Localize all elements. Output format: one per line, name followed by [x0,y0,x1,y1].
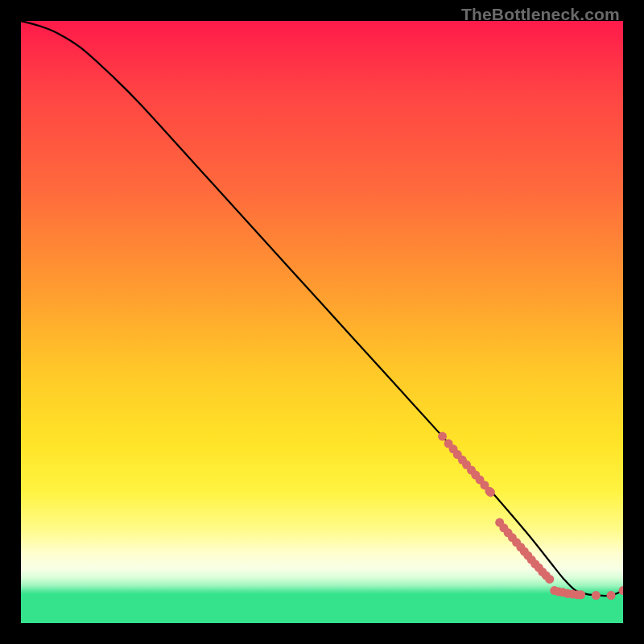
data-point [576,590,585,599]
data-point [545,575,554,584]
chart-container: TheBottleneck.com [0,0,644,644]
data-point [438,432,447,441]
data-point [607,591,616,600]
data-point [486,488,495,497]
chart-svg [21,21,623,623]
data-point [592,591,601,600]
data-points [438,432,623,600]
bottleneck-curve [21,21,623,596]
plot-area [21,21,623,623]
data-point [619,586,624,595]
